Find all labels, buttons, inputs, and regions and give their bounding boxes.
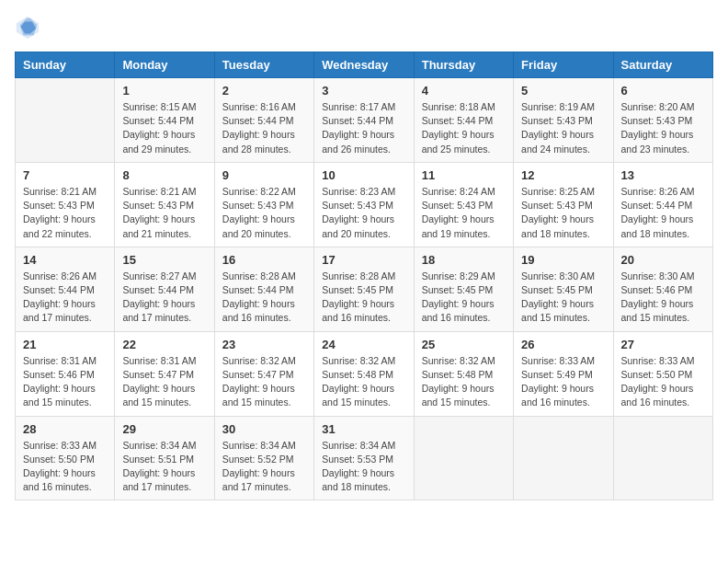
logo <box>15 15 44 40</box>
day-number: 6 <box>621 84 705 98</box>
day-number: 3 <box>322 84 405 98</box>
day-info: Sunrise: 8:31 AM Sunset: 5:46 PM Dayligh… <box>23 354 107 410</box>
day-info: Sunrise: 8:33 AM Sunset: 5:50 PM Dayligh… <box>23 439 107 495</box>
day-number: 11 <box>422 168 506 182</box>
calendar-cell: 27Sunrise: 8:33 AM Sunset: 5:50 PM Dayli… <box>613 331 712 416</box>
day-number: 24 <box>322 338 405 351</box>
day-number: 5 <box>521 84 605 98</box>
day-number: 25 <box>422 338 506 351</box>
calendar-cell: 20Sunrise: 8:30 AM Sunset: 5:46 PM Dayli… <box>613 247 712 331</box>
day-number: 4 <box>422 84 506 98</box>
day-info: Sunrise: 8:20 AM Sunset: 5:43 PM Dayligh… <box>621 100 705 156</box>
day-info: Sunrise: 8:26 AM Sunset: 5:44 PM Dayligh… <box>621 185 705 241</box>
day-number: 14 <box>23 253 107 267</box>
calendar-cell: 10Sunrise: 8:23 AM Sunset: 5:43 PM Dayli… <box>314 162 414 247</box>
calendar-cell <box>16 78 115 163</box>
day-number: 9 <box>222 168 306 182</box>
calendar-cell: 1Sunrise: 8:15 AM Sunset: 5:44 PM Daylig… <box>115 78 214 163</box>
day-number: 30 <box>222 422 306 436</box>
day-number: 26 <box>521 338 605 351</box>
day-info: Sunrise: 8:34 AM Sunset: 5:52 PM Dayligh… <box>222 439 306 495</box>
calendar-cell: 12Sunrise: 8:25 AM Sunset: 5:43 PM Dayli… <box>514 162 613 247</box>
calendar-cell: 29Sunrise: 8:34 AM Sunset: 5:51 PM Dayli… <box>115 416 214 500</box>
calendar-cell: 4Sunrise: 8:18 AM Sunset: 5:44 PM Daylig… <box>414 78 513 163</box>
calendar-header-row: SundayMondayTuesdayWednesdayThursdayFrid… <box>16 52 713 78</box>
calendar-cell: 21Sunrise: 8:31 AM Sunset: 5:46 PM Dayli… <box>16 331 115 416</box>
day-number: 31 <box>322 422 405 436</box>
day-info: Sunrise: 8:25 AM Sunset: 5:43 PM Dayligh… <box>521 185 605 241</box>
day-info: Sunrise: 8:31 AM Sunset: 5:47 PM Dayligh… <box>122 354 206 410</box>
day-info: Sunrise: 8:19 AM Sunset: 5:43 PM Dayligh… <box>521 100 605 156</box>
day-number: 13 <box>621 168 705 182</box>
day-info: Sunrise: 8:26 AM Sunset: 5:44 PM Dayligh… <box>23 270 107 326</box>
day-number: 27 <box>621 338 705 351</box>
day-info: Sunrise: 8:21 AM Sunset: 5:43 PM Dayligh… <box>23 185 107 241</box>
day-number: 15 <box>122 253 206 267</box>
calendar-cell: 6Sunrise: 8:20 AM Sunset: 5:43 PM Daylig… <box>613 78 712 163</box>
calendar-table: SundayMondayTuesdayWednesdayThursdayFrid… <box>15 52 713 500</box>
calendar-cell: 8Sunrise: 8:21 AM Sunset: 5:43 PM Daylig… <box>115 162 214 247</box>
day-info: Sunrise: 8:28 AM Sunset: 5:45 PM Dayligh… <box>322 270 405 326</box>
day-info: Sunrise: 8:33 AM Sunset: 5:50 PM Dayligh… <box>621 354 705 410</box>
calendar-cell: 31Sunrise: 8:34 AM Sunset: 5:53 PM Dayli… <box>314 416 414 500</box>
calendar-cell: 16Sunrise: 8:28 AM Sunset: 5:44 PM Dayli… <box>214 247 313 331</box>
day-info: Sunrise: 8:24 AM Sunset: 5:43 PM Dayligh… <box>422 185 506 241</box>
day-info: Sunrise: 8:32 AM Sunset: 5:47 PM Dayligh… <box>222 354 306 410</box>
day-info: Sunrise: 8:29 AM Sunset: 5:45 PM Dayligh… <box>422 270 506 326</box>
calendar-cell: 11Sunrise: 8:24 AM Sunset: 5:43 PM Dayli… <box>414 162 513 247</box>
calendar-cell: 7Sunrise: 8:21 AM Sunset: 5:43 PM Daylig… <box>16 162 115 247</box>
calendar-cell: 2Sunrise: 8:16 AM Sunset: 5:44 PM Daylig… <box>214 78 313 163</box>
day-info: Sunrise: 8:21 AM Sunset: 5:43 PM Dayligh… <box>122 185 206 241</box>
column-header-friday: Friday <box>514 52 613 78</box>
calendar-cell: 9Sunrise: 8:22 AM Sunset: 5:43 PM Daylig… <box>214 162 313 247</box>
day-info: Sunrise: 8:34 AM Sunset: 5:53 PM Dayligh… <box>322 439 405 495</box>
day-number: 22 <box>122 338 206 351</box>
calendar-cell: 18Sunrise: 8:29 AM Sunset: 5:45 PM Dayli… <box>414 247 513 331</box>
day-info: Sunrise: 8:32 AM Sunset: 5:48 PM Dayligh… <box>422 354 506 410</box>
header <box>15 15 713 40</box>
calendar-cell: 17Sunrise: 8:28 AM Sunset: 5:45 PM Dayli… <box>314 247 414 331</box>
day-number: 23 <box>222 338 306 351</box>
day-number: 2 <box>222 84 306 98</box>
day-number: 1 <box>122 84 206 98</box>
calendar-cell: 26Sunrise: 8:33 AM Sunset: 5:49 PM Dayli… <box>514 331 613 416</box>
day-info: Sunrise: 8:30 AM Sunset: 5:45 PM Dayligh… <box>521 270 605 326</box>
logo-icon <box>15 15 40 40</box>
calendar-cell: 24Sunrise: 8:32 AM Sunset: 5:48 PM Dayli… <box>314 331 414 416</box>
calendar-week-row: 28Sunrise: 8:33 AM Sunset: 5:50 PM Dayli… <box>16 416 713 500</box>
calendar-cell: 30Sunrise: 8:34 AM Sunset: 5:52 PM Dayli… <box>214 416 313 500</box>
day-info: Sunrise: 8:22 AM Sunset: 5:43 PM Dayligh… <box>222 185 306 241</box>
column-header-saturday: Saturday <box>613 52 712 78</box>
column-header-thursday: Thursday <box>414 52 513 78</box>
column-header-sunday: Sunday <box>16 52 115 78</box>
day-number: 12 <box>521 168 605 182</box>
calendar-cell: 19Sunrise: 8:30 AM Sunset: 5:45 PM Dayli… <box>514 247 613 331</box>
day-number: 28 <box>23 422 107 436</box>
calendar-cell: 23Sunrise: 8:32 AM Sunset: 5:47 PM Dayli… <box>214 331 313 416</box>
day-number: 16 <box>222 253 306 267</box>
day-number: 17 <box>322 253 405 267</box>
day-number: 20 <box>621 253 705 267</box>
calendar-week-row: 14Sunrise: 8:26 AM Sunset: 5:44 PM Dayli… <box>16 247 713 331</box>
day-info: Sunrise: 8:15 AM Sunset: 5:44 PM Dayligh… <box>122 100 206 156</box>
calendar-cell: 28Sunrise: 8:33 AM Sunset: 5:50 PM Dayli… <box>16 416 115 500</box>
calendar-cell: 22Sunrise: 8:31 AM Sunset: 5:47 PM Dayli… <box>115 331 214 416</box>
day-number: 18 <box>422 253 506 267</box>
calendar-cell: 5Sunrise: 8:19 AM Sunset: 5:43 PM Daylig… <box>514 78 613 163</box>
day-number: 10 <box>322 168 405 182</box>
day-info: Sunrise: 8:23 AM Sunset: 5:43 PM Dayligh… <box>322 185 405 241</box>
day-info: Sunrise: 8:32 AM Sunset: 5:48 PM Dayligh… <box>322 354 405 410</box>
calendar-cell <box>613 416 712 500</box>
calendar-week-row: 7Sunrise: 8:21 AM Sunset: 5:43 PM Daylig… <box>16 162 713 247</box>
column-header-monday: Monday <box>115 52 214 78</box>
column-header-tuesday: Tuesday <box>214 52 313 78</box>
calendar-cell <box>414 416 513 500</box>
day-info: Sunrise: 8:28 AM Sunset: 5:44 PM Dayligh… <box>222 270 306 326</box>
calendar-cell <box>514 416 613 500</box>
day-info: Sunrise: 8:30 AM Sunset: 5:46 PM Dayligh… <box>621 270 705 326</box>
calendar-cell: 14Sunrise: 8:26 AM Sunset: 5:44 PM Dayli… <box>16 247 115 331</box>
calendar-cell: 13Sunrise: 8:26 AM Sunset: 5:44 PM Dayli… <box>613 162 712 247</box>
day-number: 7 <box>23 168 107 182</box>
calendar-cell: 3Sunrise: 8:17 AM Sunset: 5:44 PM Daylig… <box>314 78 414 163</box>
calendar-cell: 15Sunrise: 8:27 AM Sunset: 5:44 PM Dayli… <box>115 247 214 331</box>
